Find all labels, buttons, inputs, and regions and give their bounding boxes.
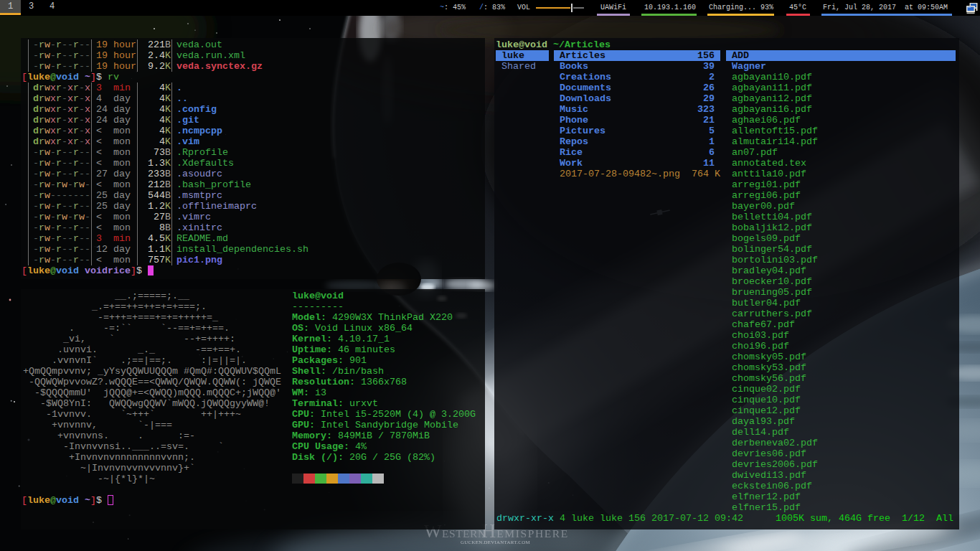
svg-text:GUCKEN.DEVIANTART.COM: GUCKEN.DEVIANTART.COM — [461, 540, 530, 545]
